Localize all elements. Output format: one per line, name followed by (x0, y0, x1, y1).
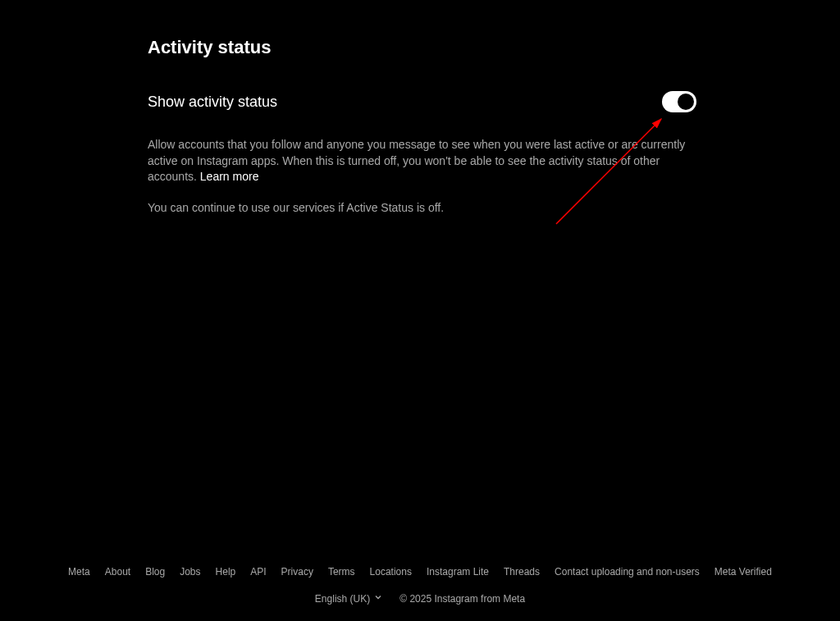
footer-link-meta-verified[interactable]: Meta Verified (714, 566, 772, 578)
footer-links: Meta About Blog Jobs Help API Privacy Te… (0, 566, 840, 578)
footer-link-contact-uploading[interactable]: Contact uploading and non-users (555, 566, 700, 578)
footer-bottom: English (UK) © 2025 Instagram from Meta (0, 592, 840, 605)
language-label: English (UK) (315, 593, 370, 605)
footer: Meta About Blog Jobs Help API Privacy Te… (0, 566, 840, 605)
learn-more-link[interactable]: Learn more (200, 170, 259, 183)
toggle-knob (678, 94, 694, 110)
footer-link-instagram-lite[interactable]: Instagram Lite (427, 566, 489, 578)
footer-link-privacy[interactable]: Privacy (281, 566, 313, 578)
chevron-down-icon (373, 592, 383, 605)
language-selector[interactable]: English (UK) (315, 592, 383, 605)
copyright-text: © 2025 Instagram from Meta (399, 593, 525, 605)
footer-link-locations[interactable]: Locations (370, 566, 412, 578)
footer-link-meta[interactable]: Meta (68, 566, 90, 578)
footer-link-terms[interactable]: Terms (328, 566, 355, 578)
secondary-description: You can continue to use our services if … (148, 200, 696, 217)
footer-link-jobs[interactable]: Jobs (180, 566, 200, 578)
setting-row: Show activity status (148, 91, 696, 112)
page-title: Activity status (148, 37, 696, 58)
footer-link-about[interactable]: About (105, 566, 130, 578)
setting-description: Allow accounts that you follow and anyon… (148, 137, 696, 185)
footer-link-threads[interactable]: Threads (504, 566, 540, 578)
footer-link-api[interactable]: API (250, 566, 266, 578)
show-activity-status-label: Show activity status (148, 94, 277, 111)
footer-link-help[interactable]: Help (216, 566, 236, 578)
footer-link-blog[interactable]: Blog (145, 566, 165, 578)
activity-status-toggle[interactable] (662, 91, 696, 112)
